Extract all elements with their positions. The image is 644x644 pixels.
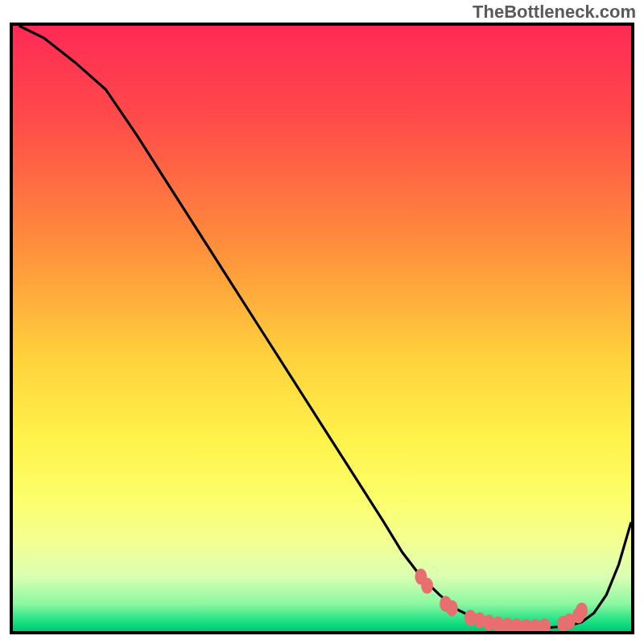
marker-dot <box>446 600 458 616</box>
chart-container: TheBottleneck.com <box>0 0 644 644</box>
watermark-text: TheBottleneck.com <box>473 2 636 23</box>
marker-dot <box>421 578 433 594</box>
plot-svg <box>13 26 631 631</box>
gradient-bg <box>13 26 631 631</box>
marker-dot <box>576 602 588 618</box>
plot-frame <box>10 23 634 634</box>
